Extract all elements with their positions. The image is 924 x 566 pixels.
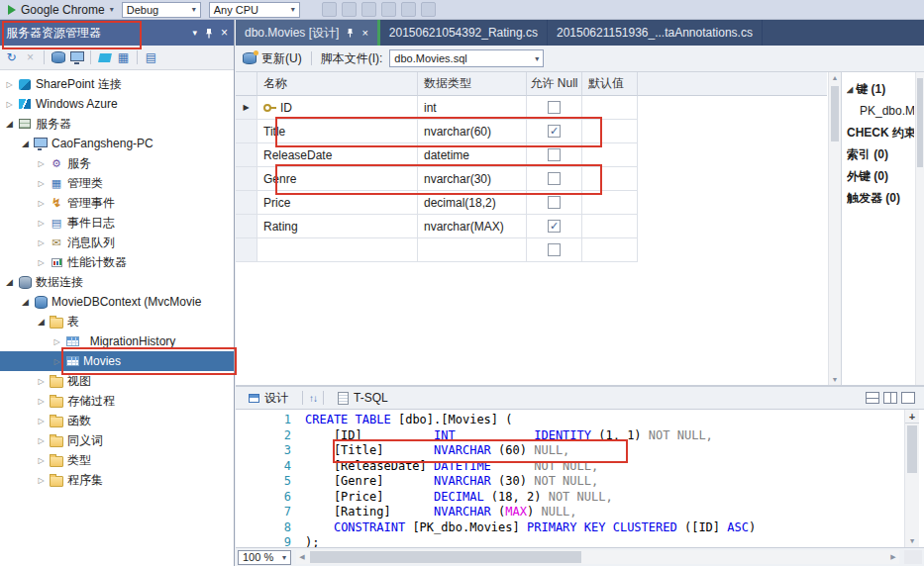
column-name-cell[interactable]: Price bbox=[257, 191, 418, 215]
context-panel-item[interactable]: ◢键 (1) bbox=[847, 78, 914, 100]
expander-icon[interactable]: ▷ bbox=[36, 238, 47, 247]
expander-icon[interactable]: ▷ bbox=[36, 159, 47, 168]
context-panel-item[interactable]: 外键 (0) bbox=[847, 165, 914, 187]
allow-null-checkbox[interactable] bbox=[548, 172, 561, 185]
tree-item[interactable]: ▷程序集 bbox=[0, 470, 234, 490]
tree-item[interactable]: ▷SharePoint 连接 bbox=[0, 74, 234, 94]
close-icon[interactable]: × bbox=[361, 27, 367, 39]
expander-icon[interactable]: ▷ bbox=[36, 436, 47, 445]
expander-icon[interactable]: ▷ bbox=[36, 179, 47, 188]
context-panel-item[interactable]: 触发器 (0) bbox=[847, 187, 914, 209]
document-tab[interactable]: dbo.Movies [设计]× bbox=[236, 20, 377, 46]
column-name-cell[interactable]: ID bbox=[257, 96, 418, 120]
document-tab[interactable]: 20150621151936_...taAnnotations.cs bbox=[548, 20, 763, 46]
expander-icon[interactable]: ▷ bbox=[36, 377, 47, 386]
stop-refresh-icon[interactable]: × bbox=[23, 50, 38, 65]
tree-item[interactable]: ▷消息队列 bbox=[0, 233, 234, 252]
allow-null-cell[interactable] bbox=[527, 191, 582, 215]
column-header[interactable]: 默认值 bbox=[582, 72, 638, 96]
row-header-cell[interactable] bbox=[236, 143, 257, 167]
column-name-cell[interactable] bbox=[257, 238, 418, 262]
default-value-cell[interactable] bbox=[582, 191, 638, 215]
scrollbar-thumb[interactable] bbox=[917, 78, 923, 167]
swap-panes-button[interactable]: ↑↓ bbox=[309, 393, 317, 404]
window-menu-icon[interactable]: ▾ bbox=[192, 29, 197, 38]
toolbar-icon[interactable] bbox=[421, 2, 436, 17]
grid-vertical-scrollbar[interactable]: ▲ ▼ bbox=[828, 72, 841, 385]
column-name-cell[interactable]: ReleaseDate bbox=[257, 143, 418, 167]
row-header-cell[interactable] bbox=[236, 167, 257, 191]
tree-item[interactable]: ▷存储过程 bbox=[0, 391, 234, 411]
script-file-select[interactable]: dbo.Movies.sql ▾ bbox=[389, 49, 544, 67]
expander-icon[interactable]: ▷ bbox=[36, 219, 47, 228]
allow-null-cell[interactable] bbox=[527, 120, 582, 143]
connect-to-azure-icon[interactable] bbox=[97, 50, 112, 65]
allow-null-cell[interactable] bbox=[527, 167, 582, 191]
default-value-cell[interactable] bbox=[582, 167, 638, 191]
tree-item[interactable]: ▷Movies bbox=[0, 351, 234, 371]
platform-select[interactable]: Any CPU ▾ bbox=[209, 2, 300, 18]
allow-null-checkbox[interactable] bbox=[548, 148, 561, 161]
scrollbar-thumb[interactable] bbox=[831, 86, 839, 142]
chevron-down-icon[interactable]: ▾ bbox=[110, 5, 114, 14]
allow-null-checkbox[interactable] bbox=[548, 125, 561, 138]
document-tab[interactable]: 20150621054392_Rating.cs bbox=[380, 20, 548, 46]
toolbar-icon[interactable] bbox=[361, 2, 376, 17]
scroll-right-icon[interactable]: ▶ bbox=[887, 550, 899, 564]
context-panel-item[interactable]: 索引 (0) bbox=[847, 143, 914, 165]
expander-icon[interactable]: ▷ bbox=[36, 258, 47, 267]
scrollbar-thumb[interactable] bbox=[310, 551, 581, 563]
expander-icon[interactable]: ▷ bbox=[36, 417, 47, 425]
toolbar-icon[interactable] bbox=[401, 2, 416, 17]
default-value-cell[interactable] bbox=[582, 143, 638, 167]
allow-null-cell[interactable] bbox=[527, 143, 582, 167]
allow-null-cell[interactable] bbox=[527, 215, 582, 238]
scroll-down-icon[interactable]: ▼ bbox=[829, 376, 841, 383]
zoom-select[interactable]: 100 % ▾ bbox=[238, 550, 291, 565]
chevron-down-icon[interactable]: ▾ bbox=[535, 54, 539, 63]
column-header[interactable]: 名称 bbox=[257, 72, 418, 96]
row-header-cell[interactable] bbox=[236, 215, 257, 238]
expander-icon[interactable]: ▷ bbox=[4, 100, 15, 109]
data-type-cell[interactable]: int bbox=[418, 96, 527, 120]
allow-null-checkbox[interactable] bbox=[548, 101, 561, 114]
splitter-grip-icon[interactable]: + bbox=[905, 410, 919, 424]
expander-icon[interactable]: ▷ bbox=[36, 397, 47, 406]
context-panel-item[interactable]: PK_dbo.Movies bbox=[847, 100, 914, 122]
tree-item[interactable]: ◢数据连接 bbox=[0, 272, 234, 292]
single-pane-icon[interactable] bbox=[901, 392, 915, 404]
data-type-cell[interactable]: nvarchar(30) bbox=[418, 167, 527, 191]
connect-to-database-icon[interactable] bbox=[51, 50, 65, 65]
expander-icon[interactable]: ◢ bbox=[4, 119, 15, 129]
expander-icon[interactable]: ▷ bbox=[51, 337, 62, 346]
close-icon[interactable]: × bbox=[221, 27, 228, 39]
split-horizontal-icon[interactable] bbox=[866, 392, 879, 404]
configuration-select[interactable]: Debug ▾ bbox=[122, 2, 201, 18]
tree-item[interactable]: ▷性能计数器 bbox=[0, 252, 234, 272]
table-view-icon[interactable]: ▦ bbox=[116, 50, 131, 65]
tsql-pane-tab[interactable]: T-SQL bbox=[330, 390, 396, 406]
scroll-left-icon[interactable]: ◀ bbox=[296, 550, 308, 564]
horizontal-scrollbar[interactable]: ◀ ▶ bbox=[296, 550, 899, 564]
context-panel-item[interactable]: CHECK 约束 bbox=[847, 122, 914, 143]
data-type-cell[interactable]: decimal(18,2) bbox=[418, 191, 527, 215]
expander-icon[interactable]: ◢ bbox=[36, 317, 47, 327]
start-debug-button[interactable]: Google Chrome ▾ bbox=[8, 3, 114, 17]
allow-null-cell[interactable] bbox=[527, 238, 582, 262]
data-type-cell[interactable] bbox=[418, 238, 527, 262]
tree-item[interactable]: ▷类型 bbox=[0, 450, 234, 470]
scroll-down-icon[interactable]: ▼ bbox=[905, 537, 919, 545]
tree-item[interactable]: ◢服务器 bbox=[0, 114, 234, 134]
context-panel-scrollbar[interactable] bbox=[915, 72, 924, 385]
expander-icon[interactable]: ◢ bbox=[847, 85, 853, 94]
row-header-cell[interactable]: ▶ bbox=[236, 96, 257, 120]
tree-item[interactable]: ▷_MigrationHistory bbox=[0, 331, 234, 351]
connect-to-server-icon[interactable] bbox=[69, 50, 84, 65]
show-all-files-icon[interactable]: ▤ bbox=[144, 50, 158, 65]
tree-item[interactable]: ▷管理类 bbox=[0, 173, 234, 193]
toolbar-icon[interactable] bbox=[322, 2, 337, 17]
refresh-icon[interactable]: ↻ bbox=[4, 50, 19, 65]
tree-item[interactable]: ▷视图 bbox=[0, 371, 234, 391]
data-type-cell[interactable]: nvarchar(60) bbox=[418, 120, 527, 143]
toolbar-icon[interactable] bbox=[342, 2, 357, 17]
